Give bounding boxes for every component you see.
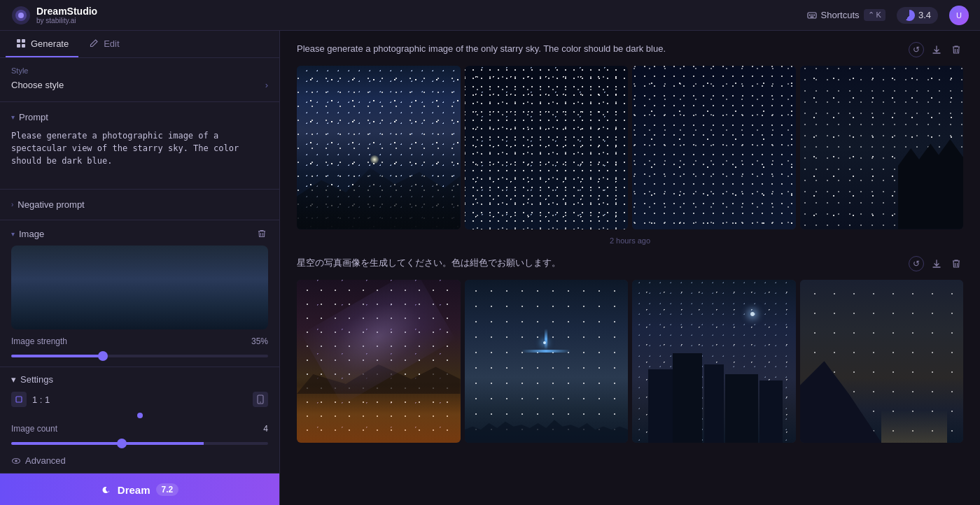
style-selector[interactable]: Choose style › bbox=[11, 76, 268, 94]
dream-button-label: Dream bbox=[118, 484, 150, 496]
aspect-ratio-row: 1 : 1 bbox=[11, 392, 268, 407]
refresh-button-2[interactable]: ↺ bbox=[909, 256, 924, 271]
image-upload-preview bbox=[11, 246, 268, 329]
settings-label: Settings bbox=[20, 374, 53, 385]
image-strength-label: Image strength bbox=[11, 336, 67, 346]
image-count-label: Image count bbox=[11, 424, 57, 434]
image-section: ▾ Image Image strength 35% bbox=[0, 220, 279, 367]
style-section-label: Style bbox=[11, 66, 28, 75]
svg-rect-11 bbox=[22, 44, 25, 48]
tab-edit[interactable]: Edit bbox=[78, 31, 129, 57]
svg-rect-6 bbox=[813, 14, 815, 15]
settings-header[interactable]: ▾ Settings bbox=[11, 374, 268, 385]
image-cell-5[interactable] bbox=[297, 280, 461, 443]
image-strength-row: Image strength 35% bbox=[11, 336, 268, 346]
negative-prompt-title: › Negative prompt bbox=[11, 199, 85, 210]
image-cell-8[interactable] bbox=[800, 280, 964, 443]
image-cell-1[interactable] bbox=[297, 66, 461, 229]
prompt-actions-2: ↺ bbox=[909, 256, 963, 271]
tab-edit-label: Edit bbox=[104, 38, 119, 49]
image-grid-2 bbox=[297, 280, 963, 443]
prompt-actions-1: ↺ bbox=[909, 42, 963, 57]
topbar-right: Shortcuts ⌃ K 3.4 U bbox=[807, 6, 969, 25]
image-grid-1 bbox=[297, 66, 963, 229]
image-count-slider[interactable] bbox=[11, 442, 268, 445]
settings-section: ▾ Settings 1 : 1 bbox=[0, 367, 279, 474]
download-button-2[interactable] bbox=[930, 257, 944, 271]
dreamstudio-logo-icon bbox=[11, 6, 31, 25]
avatar-initials: U bbox=[956, 11, 962, 20]
tab-generate-label: Generate bbox=[31, 38, 69, 49]
shortcuts-button[interactable]: Shortcuts ⌃ K bbox=[807, 9, 886, 21]
svg-rect-9 bbox=[22, 39, 25, 43]
image-upload-area[interactable] bbox=[11, 246, 268, 329]
content-area: Please generate a photographic image of … bbox=[280, 31, 980, 505]
negative-prompt-header[interactable]: › Negative prompt bbox=[11, 197, 268, 213]
shortcuts-keys: ⌃ K bbox=[864, 9, 886, 21]
credits-icon bbox=[904, 10, 915, 21]
image-cell-4[interactable] bbox=[800, 66, 964, 229]
style-value: Choose style bbox=[11, 80, 64, 90]
sidebar-tabs: Generate Edit bbox=[0, 31, 279, 58]
aspect-ratio-value: 1 : 1 bbox=[32, 394, 50, 405]
svg-rect-5 bbox=[811, 14, 813, 15]
shortcuts-label: Shortcuts bbox=[821, 10, 860, 20]
image-cell-3[interactable] bbox=[632, 66, 796, 229]
tab-generate[interactable]: Generate bbox=[6, 31, 78, 57]
image-2 bbox=[465, 66, 629, 229]
svg-rect-7 bbox=[810, 16, 813, 17]
avatar[interactable]: U bbox=[949, 6, 969, 25]
settings-collapse-icon: ▾ bbox=[11, 374, 16, 385]
edit-icon bbox=[88, 38, 99, 49]
image-strength-slider[interactable] bbox=[11, 355, 268, 357]
image-8 bbox=[800, 280, 964, 443]
generation-group-1: Please generate a photographic image of … bbox=[297, 42, 963, 245]
image-3 bbox=[632, 66, 796, 229]
prompt-textarea[interactable]: Please generate a photographic image of … bbox=[11, 129, 268, 180]
prompt-row-2: 星空の写真画像を生成してください。色は紺色でお願いします。 ↺ bbox=[297, 256, 963, 271]
prompt-text-2: 星空の写真画像を生成してください。色は紺色でお願いします。 bbox=[297, 256, 900, 270]
image-6 bbox=[465, 280, 629, 443]
svg-rect-10 bbox=[17, 44, 20, 48]
advanced-label: Advanced bbox=[25, 455, 66, 466]
advanced-row[interactable]: Advanced bbox=[11, 455, 268, 466]
refresh-button-1[interactable]: ↺ bbox=[909, 42, 924, 57]
topbar: DreamStudio by stability.ai Shortcuts ⌃ … bbox=[0, 0, 980, 31]
credits-value: 3.4 bbox=[918, 10, 931, 20]
prompt-row-1: Please generate a photographic image of … bbox=[297, 42, 963, 57]
download-button-1[interactable] bbox=[930, 43, 944, 57]
prompt-text-1: Please generate a photographic image of … bbox=[297, 42, 900, 56]
prompt-section: ▾ Prompt Please generate a photographic … bbox=[0, 102, 279, 190]
aspect-dot-indicator bbox=[137, 413, 143, 418]
image-delete-button[interactable] bbox=[255, 227, 268, 240]
app-subtitle: by stability.ai bbox=[36, 17, 97, 24]
delete-button-1[interactable] bbox=[949, 43, 963, 57]
keyboard-icon bbox=[807, 10, 817, 20]
svg-rect-8 bbox=[17, 39, 20, 43]
generation-group-2: 星空の写真画像を生成してください。色は紺色でお願いします。 ↺ bbox=[297, 256, 963, 443]
style-section: Style Choose style › bbox=[0, 58, 279, 102]
image-7 bbox=[632, 280, 796, 443]
app-title: DreamStudio bbox=[36, 6, 97, 17]
logo-text: DreamStudio by stability.ai bbox=[36, 6, 97, 25]
aspect-selector[interactable]: 1 : 1 bbox=[11, 392, 50, 407]
image-collapse-icon: ▾ bbox=[11, 230, 15, 238]
image-cell-6[interactable] bbox=[465, 280, 629, 443]
image-section-title[interactable]: ▾ Image bbox=[11, 229, 44, 239]
image-cell-2[interactable] bbox=[465, 66, 629, 229]
delete-button-2[interactable] bbox=[949, 257, 963, 271]
svg-point-2 bbox=[18, 13, 24, 18]
image-section-header: ▾ Image bbox=[11, 227, 268, 240]
topbar-left: DreamStudio by stability.ai bbox=[11, 6, 97, 25]
mobile-orientation-icon[interactable] bbox=[253, 392, 268, 407]
svg-point-14 bbox=[260, 401, 261, 403]
generate-icon bbox=[15, 38, 27, 49]
image-cell-7[interactable] bbox=[632, 280, 796, 443]
prompt-section-header[interactable]: ▾ Prompt bbox=[11, 109, 268, 125]
dream-button[interactable]: Dream 7.2 bbox=[0, 474, 279, 505]
aspect-box-icon bbox=[11, 392, 27, 407]
prompt-collapse-icon: ▾ bbox=[11, 113, 15, 121]
prompt-section-label: Prompt bbox=[19, 112, 48, 122]
image-1 bbox=[297, 66, 461, 229]
eye-icon bbox=[11, 456, 21, 466]
